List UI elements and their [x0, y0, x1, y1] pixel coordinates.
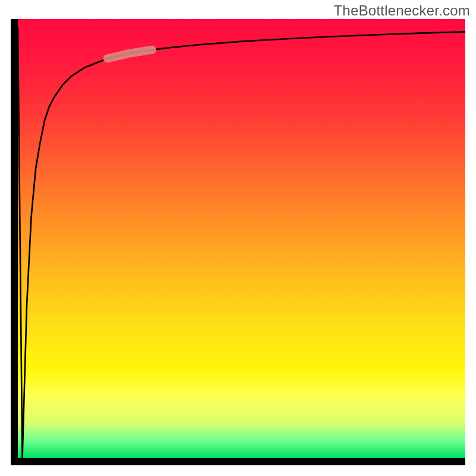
highlight-segment — [107, 50, 152, 59]
attribution-label: TheBottlenecker.com — [334, 2, 470, 19]
plot-area — [18, 19, 465, 458]
chart-container: TheBottlenecker.com — [0, 0, 476, 476]
curve-layer — [18, 19, 465, 458]
plot-frame — [11, 19, 465, 465]
bottleneck-curve — [18, 28, 465, 458]
